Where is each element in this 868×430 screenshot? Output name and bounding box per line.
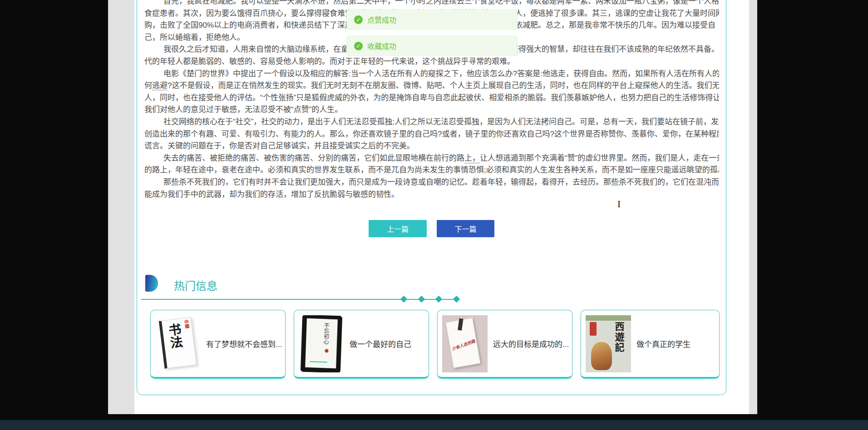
article-line: 社交网络的核心在于“社交”，社交的动力，是出于人们无法忍受孤独;人们之所以无法忍…	[144, 116, 719, 128]
hot-item-title: 远大的目标是成功的...	[493, 338, 569, 349]
article-line: 首先，我疯狂地减肥。我可以整整一天滴水不进，然后第二天中午，一个小时之内连续去三…	[144, 0, 719, 8]
cover-accent-line	[310, 361, 327, 362]
hot-item-card[interactable]: 书法 中國 有了梦想就不会感到...	[150, 310, 286, 379]
letterbox-bar	[0, 0, 108, 420]
article-body: 首先，我疯狂地减肥。我可以整整一天滴水不进，然后第二天中午，一个小时之内连续去三…	[144, 0, 719, 200]
book-cover-page: 不忘初心	[305, 318, 338, 368]
toast-favorite-success: ✓ 收藏成功	[346, 36, 518, 56]
article-line: 代的年轻人都是脆弱的、敏感的、容易受他人影响的。而对于正年轻的一代来说，这个挑战…	[144, 56, 719, 68]
article-line: 失去的痛苦、被拒绝的痛苦、被伤害的痛苦、分别的痛苦，它们如此显眼地横在前行的路上…	[144, 152, 719, 165]
text-cursor: I	[617, 199, 621, 210]
article-line: 人，同时，也在接受他人的评估。“个性张扬”只是狐假虎威的外衣，为的是掩饰自卑与自…	[144, 92, 719, 104]
pen-mark	[458, 318, 464, 330]
hot-item-title: 做一个最好的自己	[350, 338, 411, 349]
book-cover-image: 西遊記	[586, 315, 631, 372]
success-check-icon: ✓	[354, 42, 363, 50]
section-divider	[141, 299, 459, 300]
article-line: 我们对他人的意见过于敏感，无法忍受不被“点赞”的人生。	[144, 104, 719, 116]
book-cover-image: 不忘初心	[299, 315, 344, 372]
cover-title-text: 书法	[164, 322, 185, 349]
cover-top-band	[586, 315, 631, 321]
cover-figure-illustration	[591, 342, 612, 370]
cover-title-text: 少有人走的路	[451, 338, 476, 352]
article-line: 创造出来的那个有趣、可爱、有吸引力、有能力的人。那么，你还喜欢镜子里的自己吗?或…	[144, 128, 719, 141]
book-cover-calligraphy: 书法 中國	[159, 317, 197, 369]
success-check-icon: ✓	[354, 15, 363, 24]
footer-bar	[0, 420, 868, 430]
screen: 首先，我疯狂地减肥。我可以整整一天滴水不进，然后第二天中午，一个小时之内连续去三…	[0, 0, 868, 430]
letterbox-bar	[757, 0, 868, 420]
prev-article-button[interactable]: 上一篇	[369, 220, 427, 237]
article-line: 何逃避?这不是假设，而是正在悄然发生的现实。我们无时无刻不在朋友圈、微博、贴吧、…	[144, 80, 719, 92]
next-article-button[interactable]: 下一篇	[437, 220, 494, 237]
toast-message: 点赞成功	[367, 14, 396, 25]
cover-title-text: 西遊記	[612, 322, 626, 353]
hot-item-card[interactable]: 不忘初心 做一个最好的自己	[294, 310, 429, 379]
hot-item-title: 有了梦想就不会感到...	[206, 338, 282, 349]
hot-item-title: 做个真正的学生	[636, 338, 690, 349]
article-line: 那些杀不死我们的，它们有时并不会让我们更加强大，而只是成为一段诗意或自嘲的记忆。…	[144, 176, 719, 189]
red-seal-icon	[590, 322, 597, 336]
keyword-link-underline[interactable]	[464, 163, 480, 163]
letterbox-bottom	[0, 414, 868, 420]
book-cover-image: 少有人走的路	[442, 315, 488, 372]
hot-info-section-title: 热门信息	[174, 277, 217, 293]
toast-like-success: ✓ 点赞成功	[346, 10, 518, 29]
article-line: 的路上，年轻在途中，衰老在途中。必须和真实的世界发生联系，而不是兀自为尚未发生的…	[144, 164, 719, 176]
page-edge-strip	[108, 0, 134, 414]
seal-dot-icon	[325, 349, 328, 352]
hot-item-card[interactable]: 少有人走的路 远大的目标是成功的...	[437, 310, 572, 379]
keyword-link-underline[interactable]	[152, 90, 168, 90]
article-line: 电影《楚门的世界》中提出了一个假设以及相应的解答:当一个人活在所有人的窥探之下，…	[144, 68, 719, 80]
article-line: 谎言。关键的问题在于，你是否对自己足够诚实，并且接受诚实之后的不完美。	[144, 140, 719, 152]
book-cover-image: 书法 中國	[155, 315, 201, 372]
toast-message: 收藏成功	[367, 40, 396, 51]
hot-item-card[interactable]: 西遊記 做个真正的学生	[581, 310, 720, 379]
cover-subtitle-text: 中國	[182, 319, 190, 329]
book-cover-dark-frame: 不忘初心	[301, 315, 342, 372]
article-line: 能成为我们手中的武器，却为我们的存活，增加了反抗脆弱与敏感的韧性。	[144, 189, 719, 201]
cover-title-text: 不忘初心	[322, 322, 330, 345]
page-edge-strip	[749, 0, 757, 414]
